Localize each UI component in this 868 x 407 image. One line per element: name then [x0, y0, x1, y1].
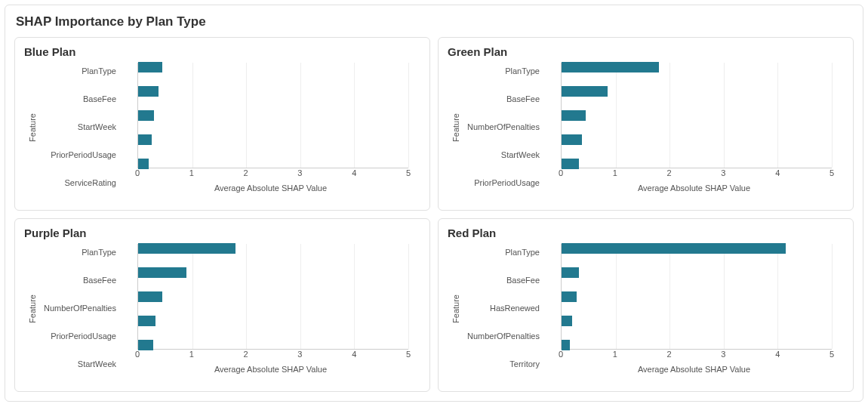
- bar: [138, 62, 162, 72]
- y-tick-label: PriorPeriodUsage: [458, 179, 540, 188]
- y-tick-label: PlanType: [458, 248, 540, 257]
- x-tick-label: 0: [135, 350, 140, 359]
- x-axis-label: Average Absolute SHAP Value: [544, 365, 844, 374]
- x-tick-label: 3: [297, 168, 302, 177]
- x-tick-label: 4: [352, 350, 356, 359]
- x-tick-label: 1: [613, 168, 617, 177]
- x-tick-label: 3: [721, 350, 725, 359]
- x-tick-label: 5: [406, 168, 411, 177]
- x-tick-label: 1: [189, 350, 194, 359]
- plot-area: [561, 244, 832, 350]
- x-axis-label: Average Absolute SHAP Value: [121, 183, 420, 193]
- y-tick-label: NumberOfPenalties: [458, 332, 540, 341]
- y-tick-label: BaseFee: [35, 95, 116, 104]
- x-tick-label: 1: [189, 168, 194, 177]
- y-tick-label: StartWeek: [35, 123, 116, 132]
- page-title: SHAP Importance by Plan Type: [16, 14, 854, 29]
- bar: [562, 134, 582, 145]
- x-tick-label: 4: [775, 168, 780, 177]
- grid-line: [777, 244, 778, 349]
- grid-line: [669, 63, 670, 168]
- bar: [138, 316, 155, 326]
- grid-line: [616, 63, 617, 168]
- bar: [138, 110, 154, 121]
- y-tick-label: BaseFee: [458, 95, 540, 104]
- bar: [562, 267, 579, 278]
- chart-area: FeaturePlanTypeBaseFeeNumberOfPenaltiesS…: [446, 63, 844, 193]
- grid-line: [777, 63, 778, 168]
- bar: [562, 340, 570, 350]
- x-tick-label: 5: [406, 350, 411, 359]
- y-tick-label: ServiceRating: [35, 179, 116, 188]
- outer-card: SHAP Importance by Plan Type Blue PlanFe…: [5, 5, 863, 402]
- bar: [138, 267, 186, 278]
- x-tick-label: 1: [613, 350, 617, 359]
- x-tick-label: 3: [297, 350, 302, 359]
- x-tick-label: 0: [559, 168, 563, 177]
- y-tick-label: NumberOfPenalties: [458, 123, 540, 132]
- y-tick-label: StartWeek: [458, 151, 540, 160]
- plot-area: [137, 63, 408, 168]
- x-tick-label: 4: [352, 168, 356, 177]
- y-tick-label: PriorPeriodUsage: [35, 151, 116, 160]
- y-tick-label: PlanType: [35, 67, 116, 76]
- x-tick-label: 0: [135, 168, 140, 177]
- bar: [562, 291, 577, 302]
- y-tick-label: NumberOfPenalties: [35, 304, 116, 313]
- plot-area: [137, 244, 408, 350]
- x-tick-label: 0: [559, 350, 563, 359]
- y-tick-label: HasRenewed: [458, 304, 540, 313]
- bar: [562, 243, 786, 254]
- bar: [138, 86, 159, 97]
- y-tick-label: PriorPeriodUsage: [35, 332, 116, 341]
- plot-area: [561, 63, 832, 168]
- y-tick-label: BaseFee: [35, 276, 116, 285]
- panel-title: Blue Plan: [24, 45, 420, 58]
- y-tick-label: PlanType: [458, 67, 540, 76]
- bar: [138, 291, 162, 302]
- grid-line: [724, 63, 725, 168]
- bar: [138, 340, 153, 350]
- bar: [138, 134, 152, 145]
- bar: [562, 86, 608, 97]
- x-tick-label: 2: [244, 350, 248, 359]
- bar: [562, 62, 659, 72]
- y-tick-label: StartWeek: [35, 360, 116, 369]
- chart-area: FeaturePlanTypeBaseFeeNumberOfPenaltiesP…: [23, 244, 420, 374]
- x-axis-label: Average Absolute SHAP Value: [544, 183, 844, 193]
- grid-line: [192, 244, 193, 349]
- grid-line: [300, 63, 301, 168]
- bar: [562, 159, 579, 169]
- grid-line: [408, 244, 409, 349]
- panel-title: Green Plan: [448, 45, 844, 58]
- x-tick-label: 2: [667, 168, 672, 177]
- chart-area: FeaturePlanTypeBaseFeeHasRenewedNumberOf…: [446, 244, 844, 374]
- y-tick-label: PlanType: [35, 248, 116, 257]
- x-tick-label: 5: [830, 350, 834, 359]
- chart-area: FeaturePlanTypeBaseFeeStartWeekPriorPeri…: [23, 63, 420, 193]
- bar: [562, 110, 586, 121]
- grid-line: [832, 63, 833, 168]
- grid-line: [724, 244, 725, 349]
- grid-line: [354, 244, 355, 349]
- grid-line: [246, 244, 247, 349]
- grid-line: [192, 63, 193, 168]
- chart-panel: Red PlanFeaturePlanTypeBaseFeeHasRenewed…: [438, 218, 854, 392]
- grid-line: [300, 244, 301, 349]
- grid-line: [832, 244, 833, 349]
- chart-panel: Green PlanFeaturePlanTypeBaseFeeNumberOf…: [438, 37, 854, 211]
- grid-line: [408, 63, 409, 168]
- x-tick-label: 2: [667, 350, 672, 359]
- y-tick-label: Territory: [458, 360, 540, 369]
- chart-panel: Blue PlanFeaturePlanTypeBaseFeeStartWeek…: [14, 37, 430, 211]
- grid-line: [354, 63, 355, 168]
- x-tick-label: 5: [830, 168, 834, 177]
- x-axis-label: Average Absolute SHAP Value: [121, 365, 420, 374]
- chart-grid: Blue PlanFeaturePlanTypeBaseFeeStartWeek…: [14, 37, 854, 392]
- x-tick-label: 2: [244, 168, 248, 177]
- bar: [562, 316, 572, 326]
- grid-line: [616, 244, 617, 349]
- chart-panel: Purple PlanFeaturePlanTypeBaseFeeNumberO…: [14, 218, 430, 392]
- y-tick-label: BaseFee: [458, 276, 540, 285]
- grid-line: [669, 244, 670, 349]
